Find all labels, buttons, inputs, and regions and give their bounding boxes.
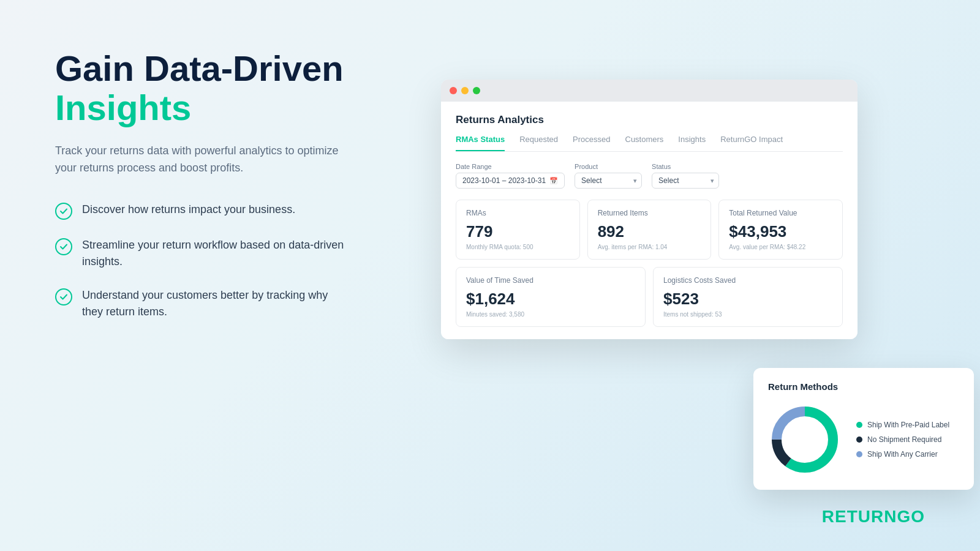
status-select-wrapper: Select: [652, 173, 719, 189]
stat-card-time-saved: Value of Time Saved $1,624 Minutes saved…: [456, 267, 646, 327]
stat-label-logistics: Logistics Costs Saved: [663, 276, 832, 285]
traffic-dot-red: [450, 87, 457, 94]
panel-title: Returns Analytics: [456, 114, 843, 126]
legend-label-3: Ship With Any Carrier: [867, 450, 938, 459]
traffic-dot-green: [473, 87, 480, 94]
stat-card-returned-items: Returned Items 892 Avg. items per RMA: 1…: [587, 200, 712, 260]
date-range-input[interactable]: 2023-10-01 – 2023-10-31 📅: [456, 173, 565, 189]
tabs-row: RMAs Status Requested Processed Customer…: [456, 135, 843, 152]
feature-text-2: Streamline your return workflow based on…: [82, 237, 352, 270]
stats-grid-bottom: Value of Time Saved $1,624 Minutes saved…: [456, 267, 843, 327]
subtext: Track your returns data with powerful an…: [55, 142, 349, 178]
analytics-panel: Returns Analytics RMAs Status Requested …: [441, 102, 858, 339]
check-icon-1: [55, 203, 72, 220]
stat-subtext-total-value: Avg. value per RMA: $48.22: [729, 244, 832, 250]
stat-card-logistics: Logistics Costs Saved $523 Items not shi…: [653, 267, 843, 327]
legend-dot-3: [856, 451, 862, 457]
status-group: Status Select: [652, 163, 719, 189]
logo-text-green: GO: [897, 507, 925, 526]
stat-subtext-rmas: Monthly RMA quota: 500: [466, 244, 570, 250]
tab-returngo-impact[interactable]: ReturnGO Impact: [720, 135, 783, 151]
stat-card-rmas: RMAs 779 Monthly RMA quota: 500: [456, 200, 580, 260]
date-range-value: 2023-10-01 – 2023-10-31: [462, 176, 546, 185]
return-methods-title: Return Methods: [768, 381, 959, 392]
stat-value-returned-items: 892: [598, 222, 701, 241]
stat-label-total-value: Total Returned Value: [729, 209, 832, 217]
return-methods-card: Return Methods Ship Wi: [753, 368, 974, 490]
stat-label-returned-items: Returned Items: [598, 209, 701, 217]
status-select[interactable]: Select: [652, 173, 719, 189]
stat-label-rmas: RMAs: [466, 209, 570, 217]
product-label: Product: [575, 163, 642, 170]
feature-list: Discover how returns impact your busines…: [55, 201, 410, 320]
stat-card-total-value: Total Returned Value $43,953 Avg. value …: [718, 200, 843, 260]
legend-label-2: No Shipment Required: [867, 435, 941, 444]
check-icon-3: [55, 288, 72, 305]
stat-subtext-time-saved: Minutes saved: 3,580: [466, 311, 635, 318]
feature-item-2: Streamline your return workflow based on…: [55, 237, 410, 270]
logo-text-black: RETURN: [822, 507, 897, 526]
product-group: Product Select: [575, 163, 642, 189]
tab-insights[interactable]: Insights: [678, 135, 706, 151]
tab-rmas-status[interactable]: RMAs Status: [456, 135, 505, 151]
donut-chart: [768, 403, 842, 476]
date-range-label: Date Range: [456, 163, 565, 170]
feature-item-1: Discover how returns impact your busines…: [55, 201, 410, 220]
traffic-dot-yellow: [461, 87, 469, 94]
stat-label-time-saved: Value of Time Saved: [466, 276, 635, 285]
stats-grid-top: RMAs 779 Monthly RMA quota: 500 Returned…: [456, 200, 843, 260]
stat-subtext-returned-items: Avg. items per RMA: 1.04: [598, 244, 701, 250]
legend-dot-1: [856, 422, 862, 428]
browser-titlebar: [441, 80, 858, 102]
calendar-icon: 📅: [549, 177, 558, 185]
stat-subtext-logistics: Items not shipped: 53: [663, 311, 832, 318]
main-headline: Gain Data-Driven Insights: [55, 49, 410, 127]
stat-value-time-saved: $1,624: [466, 290, 635, 309]
feature-text-3: Understand your customers better by trac…: [82, 287, 352, 320]
right-section: Returns Analytics RMAs Status Requested …: [429, 0, 980, 551]
date-range-group: Date Range 2023-10-01 – 2023-10-31 📅: [456, 163, 565, 189]
left-section: Gain Data-Driven Insights Track your ret…: [55, 49, 410, 320]
feature-item-3: Understand your customers better by trac…: [55, 287, 410, 320]
legend-dot-2: [856, 437, 862, 443]
product-select-wrapper: Select: [575, 173, 642, 189]
check-icon-2: [55, 238, 72, 255]
stat-value-rmas: 779: [466, 222, 570, 241]
tab-processed[interactable]: Processed: [573, 135, 610, 151]
legend-item-1: Ship With Pre-Paid Label: [856, 421, 949, 429]
tab-requested[interactable]: Requested: [519, 135, 558, 151]
returngo-logo: RETURNGO: [822, 507, 925, 527]
legend-label-1: Ship With Pre-Paid Label: [867, 421, 949, 429]
return-methods-content: Ship With Pre-Paid Label No Shipment Req…: [768, 403, 959, 476]
headline-line1: Gain Data-Driven: [55, 48, 344, 88]
stat-value-logistics: $523: [663, 290, 832, 309]
feature-text-1: Discover how returns impact your busines…: [82, 201, 295, 218]
browser-content: Returns Analytics RMAs Status Requested …: [441, 102, 858, 339]
legend-item-3: Ship With Any Carrier: [856, 450, 949, 459]
headline-line2: Insights: [55, 88, 191, 127]
legend-item-2: No Shipment Required: [856, 435, 949, 444]
browser-window: Returns Analytics RMAs Status Requested …: [441, 80, 858, 339]
filters-row: Date Range 2023-10-01 – 2023-10-31 📅 Pro…: [456, 163, 843, 189]
product-select[interactable]: Select: [575, 173, 642, 189]
status-label: Status: [652, 163, 719, 170]
tab-customers[interactable]: Customers: [625, 135, 664, 151]
legend: Ship With Pre-Paid Label No Shipment Req…: [856, 421, 949, 459]
stat-value-total-value: $43,953: [729, 222, 832, 241]
